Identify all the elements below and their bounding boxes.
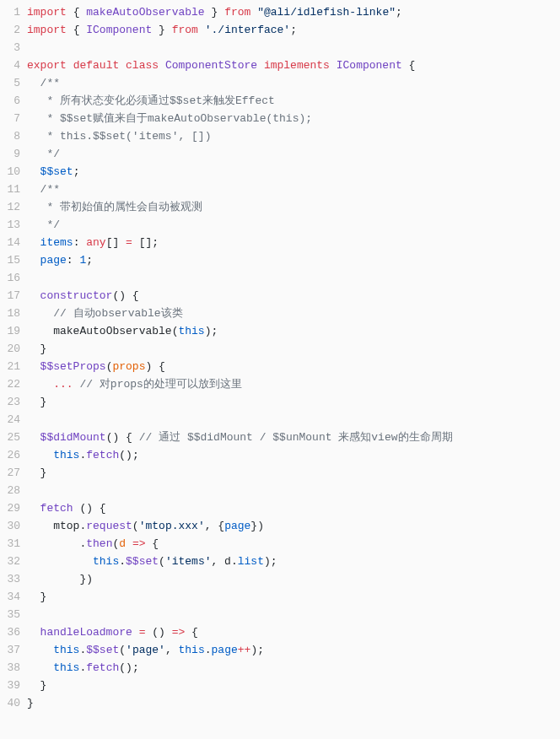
token-k-implements: implements	[264, 59, 330, 72]
token-paren: )	[264, 555, 271, 568]
line-number: 17	[0, 287, 20, 305]
token-punct: :	[73, 236, 80, 249]
line-number: 25	[0, 429, 20, 446]
line-number: 12	[0, 198, 20, 216]
line-number: 38	[0, 659, 20, 677]
line-number: 18	[0, 305, 20, 322]
line-number: 21	[0, 358, 20, 375]
token-paren: ()	[119, 449, 132, 461]
line-number: 16	[0, 269, 20, 287]
line-number: 4	[0, 57, 20, 74]
token-k-import: import	[27, 24, 67, 36]
token-punct: ;	[257, 644, 264, 656]
token-k-export: export	[27, 59, 67, 72]
token-param: props	[112, 360, 145, 373]
line-number: 23	[0, 393, 20, 411]
line-number: 37	[0, 641, 20, 659]
token-cls-name: ComponentStore	[165, 59, 257, 72]
token-punct: ;	[86, 254, 93, 267]
token-punct: ;	[396, 6, 402, 19]
code-line: /**	[27, 181, 560, 198]
token-k-this: this	[53, 644, 79, 656]
code-line: // 自动observable该类	[27, 305, 560, 322]
code-line: }	[27, 677, 560, 694]
token-k-this: this	[179, 644, 205, 656]
line-number: 29	[0, 499, 20, 517]
token-brace: {	[191, 626, 198, 639]
line-number: 9	[0, 145, 20, 163]
token-brace: {	[126, 431, 132, 444]
token-brace: }	[40, 591, 47, 603]
token-fn-name: handleLoadmore	[40, 626, 132, 639]
code-line	[27, 411, 560, 429]
code-line: page: 1;	[27, 251, 560, 269]
line-number: 22	[0, 375, 20, 393]
token-type-name: IComponent	[86, 24, 152, 36]
token-paren: ()	[112, 289, 126, 302]
code-line: })	[27, 570, 560, 588]
token-k-this: this	[178, 325, 204, 337]
line-number: 27	[0, 464, 20, 482]
token-brace: {	[218, 520, 224, 532]
token-fn-name: constructor	[40, 289, 113, 302]
token-brace: {	[409, 59, 416, 72]
line-number: 33	[0, 570, 20, 588]
token-prop: list	[238, 555, 264, 568]
token-prop: page	[40, 254, 67, 267]
token-brace: }	[40, 343, 47, 355]
line-number: 24	[0, 411, 20, 429]
token-comment: /**	[40, 183, 60, 196]
code-line: $$didMount() { // 通过 $$didMount / $$unMo…	[27, 429, 560, 446]
token-comment: */	[40, 148, 60, 160]
token-brace: {	[73, 6, 80, 19]
token-prop: page	[224, 520, 250, 532]
token-comment: * 所有状态变化必须通过$$set来触发Effect	[40, 94, 275, 107]
line-number: 32	[0, 553, 20, 570]
token-prop: items	[40, 236, 73, 249]
line-number: 36	[0, 623, 20, 641]
token-k-arrow: =>	[132, 537, 146, 550]
token-punct: ,	[211, 555, 218, 568]
code-line: $$set;	[27, 163, 560, 181]
line-number: 39	[0, 677, 20, 694]
code-line: * this.$$set('items', [])	[27, 127, 560, 145]
token-str: "@ali/idlefish-linke"	[257, 6, 396, 19]
line-number: 1	[0, 3, 20, 21]
line-number: 2	[0, 21, 20, 39]
token-k-this: this	[53, 661, 79, 674]
token-k-eq: =	[126, 236, 132, 249]
code-line: $$setProps(props) {	[27, 358, 560, 375]
code-line: .then(d => {	[27, 535, 560, 553]
line-number: 31	[0, 535, 20, 553]
token-str: 'items'	[165, 555, 212, 568]
token-brace: }	[40, 396, 47, 408]
token-punct: ,	[165, 644, 172, 656]
code-line: }	[27, 393, 560, 411]
code-line	[27, 39, 560, 57]
token-comment: /**	[40, 77, 60, 89]
token-str: './interface'	[205, 24, 290, 36]
line-number: 5	[0, 74, 20, 92]
line-number: 34	[0, 588, 20, 606]
token-k-op: ++	[238, 644, 251, 656]
token-paren: )	[86, 573, 93, 585]
token-comment: // 对props的处理可以放到这里	[79, 378, 241, 391]
code-line: /**	[27, 74, 560, 92]
code-line: this.$$set('items', d.list);	[27, 553, 560, 570]
token-k-arrow: =>	[172, 626, 186, 639]
token-k-this: this	[93, 555, 119, 568]
token-brace: {	[73, 24, 80, 36]
token-paren: ()	[106, 431, 120, 444]
code-line: * $$set赋值来自于makeAutoObservable(this);	[27, 110, 560, 127]
line-number: 28	[0, 482, 20, 499]
token-punct: .	[231, 555, 238, 568]
line-number-gutter: 1234567891011121314151617181920212223242…	[0, 3, 27, 712]
token-brace: {	[152, 537, 159, 550]
code-line: items: any[] = [];	[27, 234, 560, 251]
token-fn-name: $$didMount	[40, 431, 106, 444]
token-brace: {	[132, 289, 139, 302]
token-fn-name: request	[86, 520, 132, 532]
code-line: handleLoadmore = () => {	[27, 623, 560, 641]
code-block: 1234567891011121314151617181920212223242…	[0, 0, 560, 715]
code-line: * 所有状态变化必须通过$$set来触发Effect	[27, 92, 560, 110]
